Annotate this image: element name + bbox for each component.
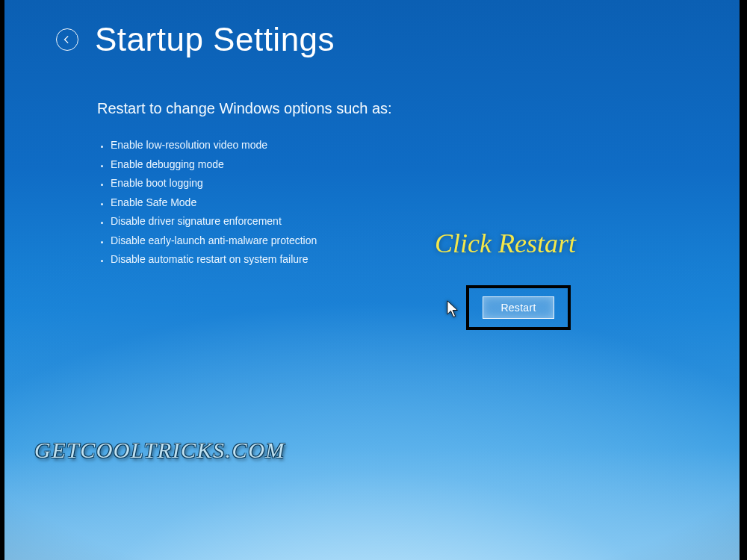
list-item: Enable debugging mode [111,158,317,172]
options-list: Enable low-resolution video mode Enable … [111,133,317,273]
list-item: Enable Safe Mode [111,196,317,210]
list-item: Disable driver signature enforcement [111,215,317,228]
back-arrow-icon [62,34,72,45]
restart-button[interactable]: Restart [483,296,554,319]
annotation-highlight-box: Restart [466,285,571,330]
annotation-label: Click Restart [435,228,576,259]
vignette-overlay [0,0,747,560]
list-item: Enable boot logging [111,177,317,190]
list-item: Disable automatic restart on system fail… [111,253,317,267]
list-item: Disable early-launch anti-malware protec… [111,234,317,248]
recovery-screen: Startup Settings Restart to change Windo… [0,0,747,560]
header-row: Startup Settings [56,21,335,58]
back-button[interactable] [56,28,78,51]
cursor-icon [447,300,460,318]
subheading: Restart to change Windows options such a… [97,100,392,117]
page-title: Startup Settings [95,21,335,58]
watermark-text: GETCOOLTRICKS.COM [34,438,285,463]
list-item: Enable low-resolution video mode [111,139,317,152]
edge-border [0,0,747,560]
